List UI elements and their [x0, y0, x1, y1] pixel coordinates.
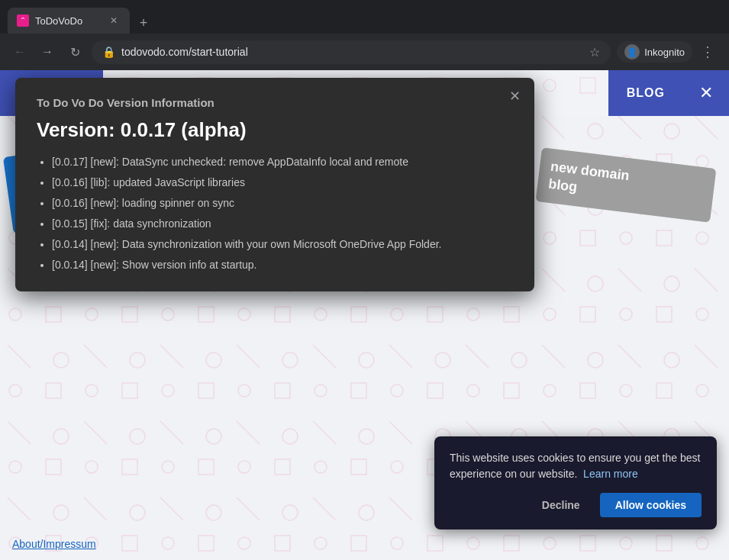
- version-item-3: [0.0.16] [new]: loading spinner on sync: [52, 195, 513, 211]
- cookie-text: This website uses cookies to ensure you …: [450, 450, 702, 482]
- tab-bar: ToDoVoDo ✕ +: [0, 0, 729, 34]
- active-tab[interactable]: ToDoVoDo ✕: [8, 8, 130, 34]
- url-bar[interactable]: 🔒 todovodo.com/start-tutorial ☆: [92, 40, 611, 64]
- card-gray-title: new domainblog: [547, 158, 705, 212]
- cookie-banner: This website uses cookies to ensure you …: [434, 436, 717, 529]
- about-impressum-link[interactable]: About/Impressum: [12, 538, 96, 550]
- version-item-2: [0.0.16] [lib]: updated JavaScript libra…: [52, 175, 513, 191]
- cookie-buttons: Decline Allow cookies: [450, 493, 702, 517]
- nav-blog-button[interactable]: BLOG: [608, 70, 683, 116]
- new-tab-button[interactable]: +: [133, 12, 154, 34]
- decline-button[interactable]: Decline: [530, 493, 592, 517]
- version-item-5: [0.0.14] [new]: Data synchronization wit…: [52, 237, 513, 253]
- nav-close-button[interactable]: ✕: [683, 70, 729, 116]
- url-text: todovodo.com/start-tutorial: [121, 46, 583, 58]
- version-modal-heading: Version: 0.0.17 (alpha): [37, 118, 513, 142]
- tab-favicon: [17, 14, 29, 27]
- account-label: Inkognito: [644, 47, 685, 58]
- version-modal-list: [0.0.17] [new]: DataSync unchecked: remo…: [37, 154, 513, 273]
- menu-button[interactable]: ⋮: [695, 40, 720, 64]
- cookie-learn-more-link[interactable]: Learn more: [583, 468, 638, 480]
- browser-chrome: ToDoVoDo ✕ + ← → ↻ 🔒 todovodo.com/start-…: [0, 0, 729, 70]
- version-modal: To Do Vo Do Version Information Version:…: [15, 78, 534, 291]
- allow-cookies-button[interactable]: Allow cookies: [600, 493, 702, 517]
- version-item-6: [0.0.14] [new]: Show version info at sta…: [52, 257, 513, 273]
- tab-close-button[interactable]: ✕: [107, 14, 121, 27]
- site-nav-right: BLOG ✕: [608, 70, 729, 116]
- card-gray[interactable]: new domainblog: [536, 147, 717, 222]
- tab-title: ToDoVoDo: [35, 15, 101, 27]
- account-button[interactable]: 👤 Inkognito: [617, 41, 692, 63]
- account-icon: 👤: [624, 44, 640, 60]
- site-footer: About/Impressum: [0, 528, 729, 560]
- back-button[interactable]: ←: [9, 41, 31, 63]
- toolbar-icons: 👤 Inkognito ⋮: [617, 40, 720, 64]
- version-modal-close-button[interactable]: ✕: [505, 87, 524, 105]
- forward-button[interactable]: →: [37, 41, 58, 63]
- nav-blog-label: BLOG: [627, 86, 665, 100]
- bookmark-icon[interactable]: ☆: [589, 45, 600, 60]
- address-bar: ← → ↻ 🔒 todovodo.com/start-tutorial ☆ 👤 …: [0, 34, 729, 70]
- version-item-1: [0.0.17] [new]: DataSync unchecked: remo…: [52, 154, 513, 170]
- nav-close-icon: ✕: [699, 83, 713, 103]
- website-content: Tutorial BLOG ✕ TODOVODO Implementtag li…: [0, 70, 729, 560]
- refresh-button[interactable]: ↻: [64, 41, 85, 63]
- lock-icon: 🔒: [102, 46, 115, 58]
- version-item-4: [0.0.15] [fix]: data synchronization: [52, 216, 513, 232]
- version-modal-header: To Do Vo Do Version Information: [37, 96, 513, 109]
